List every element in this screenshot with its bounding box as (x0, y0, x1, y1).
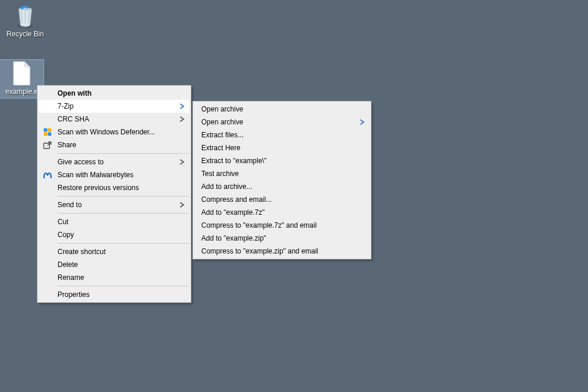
menu-item-restore-previous[interactable]: Restore previous versions (39, 181, 190, 194)
menu-item-delete[interactable]: Delete (39, 258, 190, 271)
menu-separator (58, 243, 189, 244)
menu-item-label: Properties (58, 290, 90, 299)
menu-item-label: Open with (58, 89, 92, 97)
menu-item-label: Compress and email... (201, 195, 272, 204)
menu-item-label: Compress to "example.zip" and email (201, 247, 318, 255)
menu-item-label: 7-Zip (58, 102, 73, 110)
svg-rect-4 (48, 128, 52, 132)
menu-item-label: CRC SHA (58, 115, 89, 123)
file-icon (9, 61, 34, 86)
menu-item-label: Add to "example.zip" (201, 234, 266, 242)
submenu-item-compress-email[interactable]: Compress and email... (194, 193, 370, 206)
menu-item-cut[interactable]: Cut (39, 215, 190, 228)
menu-separator (58, 196, 189, 197)
menu-item-label: Give access to (58, 158, 104, 166)
menu-separator (58, 153, 189, 154)
menu-item-scan-defender[interactable]: Scan with Windows Defender... (39, 126, 190, 138)
menu-item-label: Test archive (201, 170, 239, 178)
submenu-arrow-icon (179, 103, 185, 109)
menu-item-label: Compress to "example.7z" and email (201, 221, 317, 229)
menu-item-7zip[interactable]: 7-Zip (39, 100, 190, 113)
menu-item-label: Scan with Malwarebytes (58, 171, 133, 179)
submenu-arrow-icon (359, 119, 365, 125)
submenu-item-open-archive-more[interactable]: Open archive (194, 116, 370, 129)
recycle-bin-icon (13, 4, 38, 28)
submenu-item-test-archive[interactable]: Test archive (194, 167, 370, 180)
menu-item-label: Scan with Windows Defender... (58, 128, 155, 136)
menu-item-scan-malwarebytes[interactable]: Scan with Malwarebytes (39, 168, 190, 181)
menu-item-give-access-to[interactable]: Give access to (39, 156, 190, 168)
menu-item-label: Send to (58, 201, 82, 209)
submenu-item-compress-zip-email[interactable]: Compress to "example.zip" and email (194, 245, 370, 258)
menu-separator (58, 286, 189, 286)
desktop-icon-label: example.e (5, 87, 38, 96)
submenu-item-extract-here[interactable]: Extract Here (194, 141, 370, 154)
menu-item-open-with[interactable]: Open with (39, 87, 190, 100)
malwarebytes-icon (42, 170, 53, 180)
share-icon (42, 140, 53, 150)
menu-item-create-shortcut[interactable]: Create shortcut (39, 245, 190, 258)
menu-item-label: Add to archive... (201, 183, 252, 191)
submenu-item-add-7z[interactable]: Add to "example.7z" (194, 206, 370, 219)
menu-item-label: Extract files... (201, 131, 244, 139)
submenu-item-add-zip[interactable]: Add to "example.zip" (194, 232, 370, 245)
menu-item-properties[interactable]: Properties (39, 288, 190, 301)
menu-item-label: Extract Here (201, 144, 241, 152)
menu-item-label: Share (58, 141, 76, 149)
menu-item-label: Open archive (201, 105, 243, 113)
menu-item-crc-sha[interactable]: CRC SHA (39, 113, 190, 126)
svg-rect-5 (43, 133, 48, 137)
desktop-icon-recycle-bin[interactable]: Recycle Bin (4, 2, 47, 40)
submenu-arrow-icon (179, 202, 185, 208)
menu-item-label: Rename (58, 273, 84, 282)
menu-item-label: Restore previous versions (58, 184, 139, 192)
context-menu: Open with 7-Zip CRC SHA Scan with Window… (37, 85, 191, 303)
svg-rect-6 (48, 133, 52, 137)
submenu-item-add-to-archive[interactable]: Add to archive... (194, 180, 370, 193)
submenu-arrow-icon (179, 159, 185, 165)
submenu-item-compress-7z-email[interactable]: Compress to "example.7z" and email (194, 219, 370, 232)
menu-item-send-to[interactable]: Send to (39, 198, 190, 211)
menu-item-copy[interactable]: Copy (39, 228, 190, 241)
menu-item-label: Add to "example.7z" (201, 208, 265, 217)
menu-separator (58, 213, 189, 214)
menu-item-label: Open archive (201, 118, 243, 126)
submenu-arrow-icon (179, 116, 185, 122)
desktop-icon-label: Recycle Bin (6, 30, 43, 38)
submenu-item-extract-files[interactable]: Extract files... (194, 129, 370, 141)
menu-item-label: Create shortcut (58, 248, 106, 256)
menu-item-label: Copy (58, 231, 74, 239)
menu-item-label: Delete (58, 261, 78, 269)
svg-rect-3 (43, 128, 48, 132)
menu-item-share[interactable]: Share (39, 138, 190, 151)
submenu-7zip: Open archive Open archive Extract files.… (192, 101, 371, 259)
menu-item-rename[interactable]: Rename (39, 271, 190, 284)
menu-item-label: Extract to "example\" (201, 157, 266, 165)
submenu-item-open-archive[interactable]: Open archive (194, 103, 370, 116)
submenu-item-extract-to[interactable]: Extract to "example\" (194, 154, 370, 167)
menu-item-label: Cut (58, 218, 69, 226)
shield-icon (42, 127, 53, 137)
